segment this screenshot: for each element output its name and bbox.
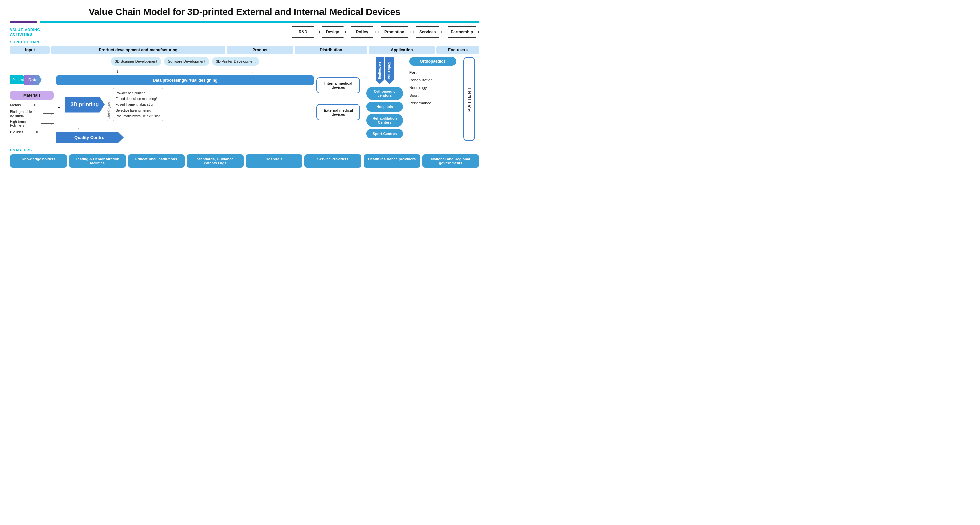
- material-item-1: Biodegradable polymers: [10, 110, 54, 117]
- tech-item-1: Fused deposition modeling/: [116, 96, 160, 102]
- hexagon-promotion: Promotion: [378, 26, 410, 38]
- en-box-6: Health insurance providers: [364, 154, 420, 168]
- en-box-4: Hospitals: [246, 154, 302, 168]
- en-box-0: Knowledge holders: [10, 154, 67, 168]
- col-endusers: PATIENT: [459, 57, 479, 141]
- col-development: 3D Scanner Development Software Developm…: [56, 57, 314, 143]
- col-application: Orthopaedics For: Rehabilitation Neurolo…: [409, 57, 456, 107]
- for-item-3: Performance: [409, 99, 456, 107]
- data-arrow: Data: [24, 75, 42, 85]
- internal-device-box: Internal medical devices: [317, 77, 360, 93]
- enablers-boxes: Knowledge holders Testing & Demonstratio…: [10, 154, 479, 168]
- sc-box-product: Product: [227, 46, 293, 54]
- materials-box: Materials: [10, 91, 54, 100]
- col-product: Internal medical devices External medica…: [317, 57, 360, 124]
- page-title: Value Chain Model for 3D-printed Externa…: [10, 7, 479, 18]
- hexagon-row: R&D Design Policy Promotion Services Par…: [290, 26, 479, 38]
- main-content: Patient Data Materials Metals Biodegrada…: [10, 57, 479, 143]
- va-dashed-line: [44, 32, 286, 32]
- en-box-1: Testing & Demonstration facilities: [69, 154, 126, 168]
- dev-top-boxes: 3D Scanner Development Software Developm…: [56, 57, 314, 66]
- en-box-5: Service Providers: [304, 154, 361, 168]
- sc-box-endusers: End-users: [436, 46, 479, 54]
- hexagon-services: Services: [413, 26, 442, 38]
- sc-box-distribution: Distribution: [294, 46, 367, 54]
- ortho-badge: Orthopaedics: [409, 57, 456, 66]
- dev-box-scanner: 3D Scanner Development: [111, 57, 161, 66]
- enablers-label-row: ENABLERS: [10, 148, 479, 152]
- hexagon-partnership: Partnership: [444, 26, 479, 38]
- data-processing-box: Data processing/virtual designing: [56, 75, 314, 85]
- packaging-arrow: Packaging: [375, 57, 384, 84]
- sc-box-product-dev: Product development and manufacturing: [51, 46, 226, 54]
- printing-3d-arrow: 3D printing: [65, 97, 105, 113]
- material-item-2: High-temp Polymers: [10, 120, 54, 127]
- for-item-0: Rehabilitation: [409, 76, 456, 84]
- for-item-2: Sport: [409, 92, 456, 99]
- dist-sport-centres: Sport Centres: [366, 129, 403, 138]
- patient-arrow: Patient: [10, 75, 26, 84]
- quality-control-box: Quality Control: [56, 132, 124, 143]
- tech-item-2: Fused filament fabrication: [116, 102, 160, 108]
- technologies-sidebar-label: technologies: [107, 88, 111, 121]
- materials-list: Metals Biodegradable polymers High-temp …: [10, 103, 54, 134]
- value-adding-label: VALUE-ADDINGACTIVITIES: [10, 27, 40, 37]
- dev-box-software: Software Development: [164, 57, 209, 66]
- tech-list: Powder bed printing Fused deposition mod…: [113, 88, 163, 121]
- en-box-3: Standards, Guidance Patents Orgs: [187, 154, 243, 168]
- hexagon-rd: R&D: [290, 26, 317, 38]
- teal-line-decoration: [40, 22, 479, 22]
- en-box-7: National and Regional governments: [422, 154, 479, 168]
- tech-container: technologies Powder bed printing Fused d…: [107, 88, 163, 121]
- col-input: Patient Data Materials Metals Biodegrada…: [10, 57, 54, 137]
- down-arrow-1: ↓: [116, 68, 119, 74]
- printing-row: ↓ 3D printing technologies Powder bed pr…: [56, 88, 314, 121]
- sc-box-application: Application: [369, 46, 435, 54]
- material-item-3: Bio inks: [10, 130, 54, 134]
- en-box-2: Educational Institutions: [128, 154, 185, 168]
- enablers-label: ENABLERS: [10, 148, 40, 152]
- for-list: For: Rehabilitation Neurology Sport Perf…: [409, 68, 456, 107]
- delivering-arrow: Delivering: [385, 57, 394, 84]
- external-device-box: External medical devices: [317, 104, 360, 120]
- tech-item-3: Selective laser sintering: [116, 108, 160, 113]
- material-item-0: Metals: [10, 103, 54, 107]
- dist-ortho-vendors: Orthopaedic vendors: [366, 87, 403, 100]
- dev-box-printer: 3D Printer Development: [212, 57, 259, 66]
- patient-data-row: Patient Data: [10, 75, 54, 85]
- purple-bar-decoration: [10, 21, 37, 23]
- dist-rehab-centers: Rehabilitation Centers: [366, 113, 403, 127]
- arrow-metals: [24, 105, 37, 105]
- sc-dashed-line: [40, 41, 479, 42]
- dev-down-arrows: ↓ ↓: [56, 68, 314, 74]
- page-container: Value Chain Model for 3D-printed Externa…: [0, 0, 489, 174]
- hexagon-design: Design: [319, 26, 346, 38]
- enablers-dashed: [40, 150, 479, 151]
- pre-quality-arrow: ↓: [56, 123, 314, 130]
- arrow-bioinks: [26, 132, 39, 132]
- hexagon-policy: Policy: [349, 26, 375, 38]
- col-distribution: Packaging Delivering Orthopaedic vendors…: [363, 57, 407, 140]
- arrow-biodeg: [43, 113, 54, 114]
- top-bar: [10, 21, 479, 23]
- for-label: For:: [409, 70, 417, 74]
- down-arrow-2: ↓: [251, 68, 255, 74]
- supply-chain-boxes: Input Product development and manufactur…: [10, 46, 479, 54]
- dist-arrows-row: Packaging Delivering: [375, 57, 394, 84]
- tech-item-4: Pneumatic/hydraulic extrusion: [116, 113, 160, 119]
- enablers-section: ENABLERS Knowledge holders Testing & Dem…: [10, 148, 479, 168]
- big-down-arrow: ↓: [56, 99, 62, 110]
- arrow-hightemp: [41, 123, 54, 124]
- sc-box-input: Input: [10, 46, 50, 54]
- supply-chain-label: SUPPLY CHAIN: [10, 40, 40, 44]
- for-item-1: Neurology: [409, 84, 456, 92]
- patient-vertical-box: PATIENT: [463, 57, 475, 141]
- dist-hospitals: Hospitals: [366, 102, 403, 111]
- tech-item-0: Powder bed printing: [116, 91, 160, 96]
